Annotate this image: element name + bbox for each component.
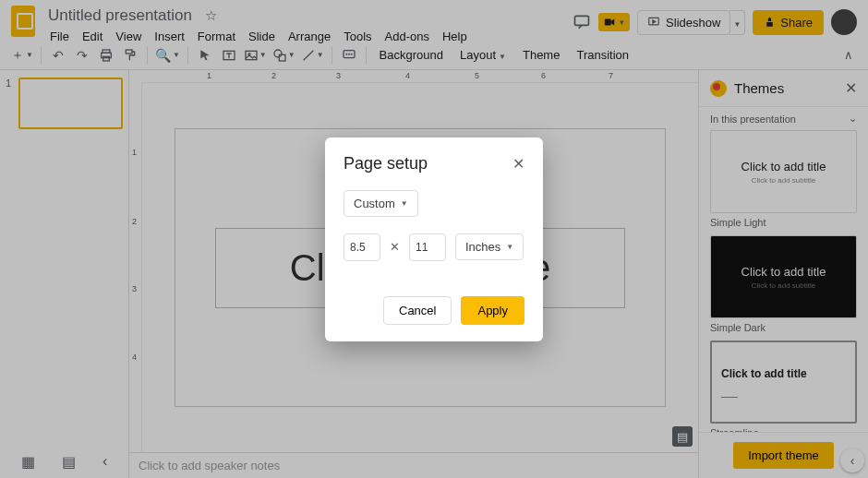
cancel-button[interactable]: Cancel — [383, 296, 452, 325]
height-input[interactable] — [409, 233, 446, 261]
dimension-separator: ✕ — [390, 240, 400, 254]
width-input[interactable] — [344, 233, 380, 261]
apply-button[interactable]: Apply — [461, 296, 524, 325]
page-setup-dialog: Page setup ✕ Custom▼ ✕ Inches▼ Cancel Ap… — [325, 137, 543, 341]
close-dialog-icon[interactable]: ✕ — [512, 155, 524, 173]
dialog-title: Page setup — [344, 154, 428, 173]
modal-overlay: Page setup ✕ Custom▼ ✕ Inches▼ Cancel Ap… — [0, 0, 868, 478]
page-size-select[interactable]: Custom▼ — [344, 190, 418, 217]
units-select[interactable]: Inches▼ — [455, 233, 524, 260]
